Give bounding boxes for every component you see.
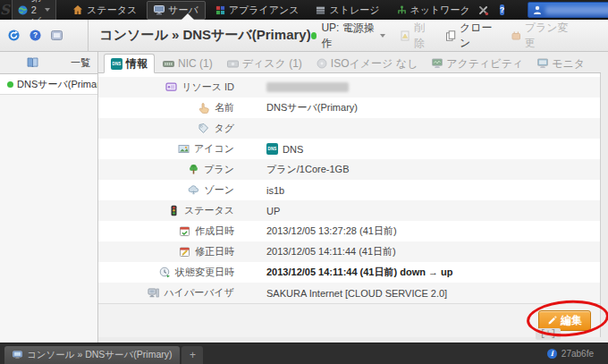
sidebar-list-link[interactable]: 一覧 (71, 56, 90, 70)
delete-button[interactable]: 削除 (400, 21, 431, 51)
row-label: 修正日時 (195, 245, 234, 258)
user-account-pill[interactable] (528, 2, 608, 18)
name-hand-icon (198, 102, 210, 114)
activity-monitor-icon (432, 58, 443, 69)
table-row-status-changed: 状態変更日時 2013/12/05 14:11:44 (41日前) down →… (98, 262, 600, 283)
appliance-blocks-icon (215, 5, 225, 15)
table-row-hypervisor: ハイパーバイザ SAKURA Internet [CLOUD SERVICE 2… (98, 283, 600, 303)
row-value: 2013/12/05 14:11:44 (41日前) (266, 245, 396, 258)
row-value: UP (266, 206, 280, 216)
table-row-resource-id: リソース ID (98, 77, 600, 97)
active-menu-notch (182, 13, 194, 20)
sidebar-item-label: DNSサーバ(Primary) (17, 78, 97, 91)
table-row-modified: 修正日時 2013/12/05 14:11:44 (41日前) (98, 241, 600, 262)
bottom-taskbar: コンソール » DNSサーバ(Primary) + i 27ab6fe (0, 343, 608, 364)
bottom-tab-console[interactable]: コンソール » DNSサーバ(Primary) (4, 346, 180, 364)
console-window-icon[interactable] (51, 30, 63, 41)
new-console-tab-button[interactable]: + (182, 346, 203, 364)
resource-id-redacted-value (266, 82, 349, 92)
menu-item-server[interactable]: サーバ (147, 1, 206, 20)
tab-label: アクティビティ (446, 56, 523, 72)
clone-label: クローン (460, 21, 496, 51)
tab-iso-image[interactable]: ISOイメージ なし (310, 55, 424, 72)
help-icon[interactable]: ? (500, 4, 505, 15)
hypervisor-computer-icon (148, 287, 159, 299)
tab-label: 情報 (126, 56, 148, 72)
row-label: ゾーン (204, 183, 234, 197)
table-row-name: 名前 DNSサーバ(Primary) (98, 97, 600, 118)
main-pane: DNS 情報 NIC (1) ディスク (1) ISOイメージ なし アクティビ… (98, 52, 601, 337)
plan-change-label: プラン変更 (525, 21, 570, 51)
tab-label: ディスク (1) (242, 56, 302, 72)
row-value: DNS (283, 144, 303, 155)
menu-item-status[interactable]: ステータス (65, 1, 144, 20)
row-label: 作成日時 (195, 224, 234, 238)
home-icon (72, 4, 83, 15)
help-circle-icon[interactable]: ? (30, 30, 41, 41)
sakura-cloud-logo[interactable]: S (0, 0, 10, 20)
plan-change-button[interactable]: プラン変更 (511, 21, 570, 51)
menu-item-appliance[interactable]: アプライアンス (208, 1, 307, 20)
top-menu: ステータス サーバ アプライアンス ストレージ ネットワーク (65, 1, 477, 20)
user-icon (533, 5, 542, 14)
svg-text:?: ? (33, 30, 38, 39)
tag-icon (198, 123, 209, 134)
monitor-icon (537, 58, 548, 69)
globe-icon (18, 5, 28, 15)
tabstrip: DNS 情報 NIC (1) ディスク (1) ISOイメージ なし アクティビ… (98, 52, 601, 73)
row-value: is1b (266, 185, 284, 196)
delete-icon (400, 30, 410, 41)
tab-label: モニタ (552, 56, 585, 72)
row-label: リソース ID (182, 80, 234, 94)
sidebar-item-dns-server[interactable]: DNSサーバ(Primary) (0, 74, 97, 95)
power-status-label: UP: 電源操作 (321, 21, 376, 51)
row-value: DNSサーバ(Primary) (266, 101, 358, 114)
power-operation-dropdown[interactable]: UP: 電源操作 (311, 21, 385, 51)
row-value: SAKURA Internet [CLOUD SERVICE 2.0] (266, 288, 447, 299)
cloud-zone-icon (188, 184, 199, 196)
table-row-tags: タグ (98, 118, 600, 139)
breadcrumb: コンソール » DNSサーバ(Primary) (99, 27, 310, 44)
clone-button[interactable]: クローン (445, 21, 496, 51)
server-monitor-icon (154, 4, 165, 15)
header-actions: UP: 電源操作 削除 クローン プラン変更 (311, 21, 608, 51)
refresh-icon[interactable] (8, 30, 20, 41)
console-screen: S 石狩第2ゾーン ステータス サーバ アプライアンス ストレージ (0, 0, 608, 364)
clone-icon (445, 30, 456, 41)
dns-badge-icon: DNS (266, 143, 278, 155)
panel-footer: 編集 (98, 303, 600, 337)
sidebar-header: 一覧 (0, 52, 97, 74)
row-label: タグ (214, 122, 234, 135)
tab-disk[interactable]: ディスク (1) (221, 55, 308, 72)
menu-item-network[interactable]: ネットワーク (390, 1, 477, 20)
tab-activity[interactable]: アクティビティ (426, 55, 529, 72)
dns-badge-icon: DNS (111, 58, 122, 70)
table-row-status: ステータス UP (98, 200, 600, 221)
tab-info[interactable]: DNS 情報 (104, 54, 155, 73)
calendar-modified-icon (179, 246, 190, 258)
network-icon (397, 5, 407, 15)
table-row-created: 作成日時 2013/12/05 13:27:28 (41日前) (98, 221, 600, 241)
sidebar: 一覧 DNSサーバ(Primary) (0, 52, 98, 343)
tools-icon[interactable] (477, 4, 489, 16)
tab-label: NIC (1) (178, 57, 213, 70)
picture-icon (178, 143, 190, 155)
tab-label: ISOイメージ なし (331, 56, 418, 72)
bottom-tab-label: コンソール » DNSサーバ(Primary) (27, 349, 172, 361)
table-row-plan: プラン プラン/1Core-1GB (98, 159, 600, 180)
menu-item-storage[interactable]: ストレージ (308, 1, 386, 20)
clock-change-icon (159, 267, 171, 278)
info-table: リソース ID 名前 DNSサーバ(Primary) タグ アイコン DNSDN… (98, 73, 600, 303)
status-up-dot (311, 32, 317, 39)
table-row-icon: アイコン DNSDNS (98, 139, 600, 159)
topbar: S 石狩第2ゾーン ステータス サーバ アプライアンス ストレージ (0, 0, 608, 20)
table-row-zone: ゾーン is1b (98, 180, 600, 200)
row-label: プラン (204, 163, 234, 176)
info-panel: リソース ID 名前 DNSサーバ(Primary) タグ アイコン DNSDN… (98, 73, 601, 337)
plus-feedback-badge[interactable]: [+] (536, 328, 561, 340)
status-up-dot (7, 81, 13, 88)
traffic-light-icon (168, 205, 180, 216)
tab-nic[interactable]: NIC (1) (156, 55, 219, 72)
tab-monitor[interactable]: モニタ (531, 55, 591, 72)
edit-button-label: 編集 (561, 313, 582, 328)
